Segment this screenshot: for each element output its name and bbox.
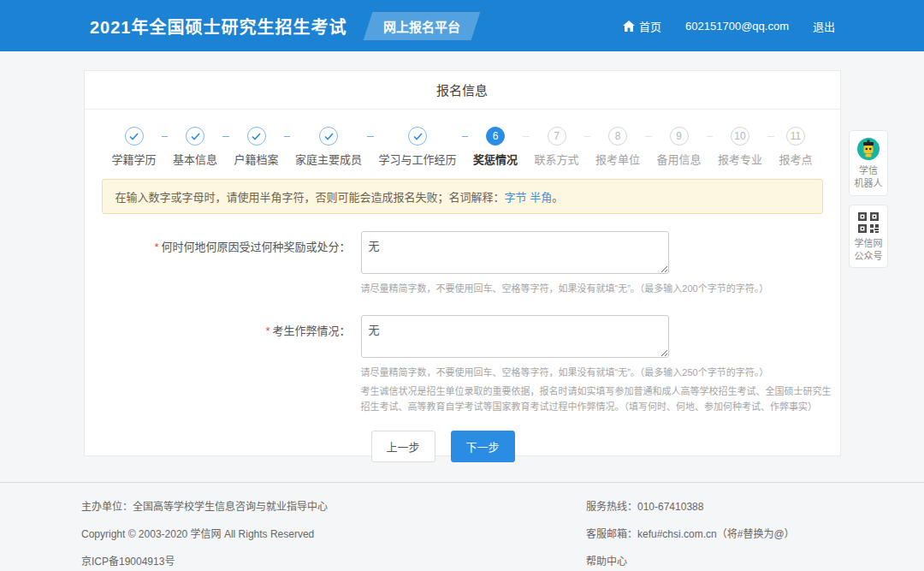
chatbot-widget[interactable]: 学信 机器人 [849,130,888,196]
step-connector [645,136,651,137]
step-5[interactable]: 学习与工作经历 [379,127,457,167]
field-row-awards: *何时何地何原因受过何种奖励或处分： 无 请尽量精简字数，不要使用回车、空格等字… [85,231,840,296]
step-connector [584,136,590,137]
registration-card: 报名信息 学籍学历 基本信息 户籍档案 家庭主要成员 [84,70,841,456]
check-icon [129,133,139,140]
prev-step-button[interactable]: 上一步 [371,431,435,462]
step-3[interactable]: 户籍档案 [234,127,279,167]
platform-badge: 网上报名平台 [363,12,480,40]
glossary-link-byte[interactable]: 字节 [505,191,527,204]
footer-service-email: 客服邮箱：kefu#chsi.com.cn（将#替换为@） [586,526,843,540]
step-connector [462,136,468,137]
required-asterisk: * [154,241,158,253]
home-icon [623,21,635,32]
step-connector [707,136,713,137]
user-email: 602151700@qq.com [685,20,789,33]
check-icon [413,133,423,140]
step-connector [523,136,529,137]
check-icon [191,133,200,140]
qrcode-icon [851,211,886,234]
step-9[interactable]: 9 备用信息 [657,127,702,167]
footer-copyright: Copyright © 2003-2020 学信网 All Rights Res… [81,526,586,540]
cheating-hint: 请尽量精简字数，不要使用回车、空格等字符，如果没有就填“无”。（最多输入250个… [361,365,840,380]
awards-field-label: 何时何地何原因受过何种奖励或处分： [161,241,350,253]
side-widgets: 学信 机器人 学信网 公众号 [849,130,888,277]
check-icon [324,133,334,140]
awards-textarea[interactable]: 无 [361,231,669,274]
required-asterisk: * [265,324,270,337]
header-nav: 首页 602151700@qq.com 退出 [623,18,835,34]
step-11[interactable]: 11 报考点 [779,127,813,167]
footer-icp: 京ICP备19004913号 [81,553,586,568]
app-title: 2021年全国硕士研究生招生考试 [90,14,347,39]
page-footer: 主办单位：全国高等学校学生信息咨询与就业指导中心 Copyright © 200… [0,482,924,571]
step-6-current[interactable]: 6 奖惩情况 [473,127,518,167]
footer-hotline: 服务热线：010-67410388 [586,498,843,513]
step-2[interactable]: 基本信息 [173,127,217,167]
awards-hint: 请尽量精简字数，不要使用回车、空格等字符，如果没有就填“无”。（最多输入200个… [361,281,769,296]
step-4[interactable]: 家庭主要成员 [295,127,362,167]
award-punishment-form: *何时何地何原因受过何种奖励或处分： 无 请尽量精简字数，不要使用回车、空格等字… [85,231,840,462]
field-row-cheating: *考生作弊情况： 无 请尽量精简字数，不要使用回车、空格等字符，如果没有就填“无… [85,315,840,414]
step-1[interactable]: 学籍学历 [112,127,157,167]
step-connector [222,136,228,137]
halfwidth-notice: 在输入数字或字母时，请使用半角字符，否则可能会造成报名失败；名词解释：字节 半角… [102,179,823,214]
cheating-integrity-note: 考生诚信状况是招生单位录取的重要依据，报名时请如实填写参加普通和成人高等学校招生… [361,384,840,414]
cheating-textarea[interactable]: 无 [361,315,669,358]
step-7[interactable]: 7 联系方式 [535,127,579,167]
step-progress: 学籍学历 基本信息 户籍档案 家庭主要成员 学习与工作经历 [85,110,840,167]
step-connector [162,136,168,137]
home-link[interactable]: 首页 [623,18,661,34]
step-10[interactable]: 10 报考专业 [718,127,762,167]
step-8[interactable]: 8 报考单位 [595,127,640,167]
glossary-link-halfwidth[interactable]: 半角 [530,191,552,204]
check-icon [252,133,261,140]
logout-link[interactable]: 退出 [813,18,835,34]
step-connector [367,136,373,137]
robot-icon [851,137,886,161]
next-step-button[interactable]: 下一步 [451,431,515,462]
step-connector [284,136,290,137]
app-header: 2021年全国硕士研究生招生考试 网上报名平台 首页 602151700@qq.… [0,0,924,51]
footer-organizer: 主办单位：全国高等学校学生信息咨询与就业指导中心 [81,498,586,513]
wechat-qrcode-widget[interactable]: 学信网 公众号 [849,205,888,269]
page-title: 报名信息 [85,71,840,110]
cheating-field-label: 考生作弊情况： [272,324,350,337]
help-center-link[interactable]: 帮助中心 [586,556,627,568]
content-area: 报名信息 学籍学历 基本信息 户籍档案 家庭主要成员 [0,51,924,482]
step-connector [767,136,773,137]
